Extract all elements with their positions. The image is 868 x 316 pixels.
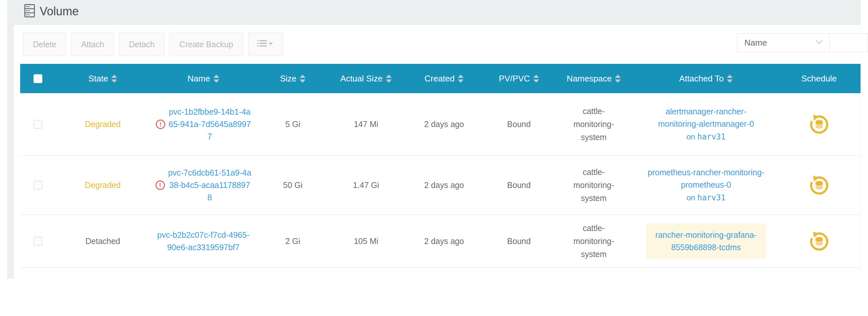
attached-workload-link[interactable]: alertmanager-rancher- monitoring-alertma… <box>658 105 754 130</box>
actual-size-cell: 1.47 Gi <box>329 179 403 191</box>
create-backup-button[interactable]: Create Backup <box>169 33 243 56</box>
volume-name-link[interactable]: pvc-b2b2c07c-f7cd-4965- 90e6-ac3319597bf… <box>157 229 250 254</box>
attached-to-cell: rancher-monitoring-grafana- 8559b68898-t… <box>634 224 778 259</box>
pv-pvc-cell: Bound <box>485 119 553 130</box>
sort-icon <box>458 75 464 83</box>
attached-to-cell: alertmanager-rancher- monitoring-alertma… <box>634 105 778 143</box>
schedule-cell <box>778 114 861 135</box>
volume-table: State Name Size Actual Size Created <box>20 64 861 268</box>
volume-name-cell: pvc-b2b2c07c-f7cd-4965- 90e6-ac3319597bf… <box>150 229 257 254</box>
table-row: Degraded pvc-7c6dcb61-51a9-4a 38-b4c5-ac… <box>20 156 861 215</box>
row-checkbox[interactable] <box>33 237 42 246</box>
created-cell: 2 days ago <box>403 119 485 130</box>
degraded-warning-icon <box>156 180 165 190</box>
volume-name-cell: pvc-1b2fbbe9-14b1-4a 65-941a-7d5645a8997… <box>150 106 257 143</box>
column-header-attached-to[interactable]: Attached To <box>634 74 778 84</box>
table-filter: Name <box>737 33 868 52</box>
detach-button[interactable]: Detach <box>119 33 165 56</box>
column-header-pv-pvc[interactable]: PV/PVC <box>485 74 553 84</box>
delete-button[interactable]: Delete <box>23 33 66 56</box>
volume-cabinet-icon <box>24 4 35 19</box>
bulk-actions-toolbar: Delete Attach Detach Create Backup <box>23 33 283 56</box>
select-all-checkbox[interactable] <box>33 74 42 83</box>
attach-button[interactable]: Attach <box>71 33 114 56</box>
column-header-state[interactable]: State <box>56 74 150 84</box>
actual-size-cell: 147 Mi <box>329 119 403 130</box>
state-badge: Degraded <box>56 179 150 191</box>
column-header-actual-size[interactable]: Actual Size <box>329 74 403 84</box>
select-all-cell <box>20 74 56 83</box>
page-header: Volume <box>24 4 79 19</box>
column-header-namespace[interactable]: Namespace <box>553 74 634 84</box>
volume-name-cell: pvc-7c6dcb61-51a9-4a 38-b4c5-acaa1178897… <box>150 167 257 204</box>
table-header-row: State Name Size Actual Size Created <box>20 64 861 93</box>
size-cell: 2 Gi <box>257 235 329 247</box>
sort-icon <box>727 75 733 83</box>
filter-field-select[interactable]: Name <box>737 33 830 52</box>
chevron-down-icon <box>815 39 824 46</box>
volume-page: Volume Delete Attach Detach Create Backu… <box>0 0 868 316</box>
table-row: Degraded pvc-1b2fbbe9-14b1-4a 65-941a-7d… <box>20 93 861 156</box>
attached-host: on harv31 <box>686 131 725 143</box>
sort-icon <box>213 75 219 83</box>
attached-to-cell: prometheus-rancher-monitoring- prometheu… <box>634 166 778 204</box>
table-row: Detached pvc-b2b2c07c-f7cd-4965- 90e6-ac… <box>20 215 861 268</box>
column-header-name[interactable]: Name <box>150 74 257 84</box>
schedule-cell <box>778 231 861 252</box>
list-dropdown-icon <box>256 38 275 51</box>
column-header-created[interactable]: Created <box>403 74 485 84</box>
page-title: Volume <box>40 5 79 18</box>
host-name: harv31 <box>697 193 725 202</box>
namespace-cell: cattle-monitoring-system <box>553 166 634 205</box>
sort-icon <box>533 75 539 83</box>
more-actions-dropdown-button[interactable] <box>248 33 283 56</box>
pv-pvc-cell: Bound <box>485 179 553 191</box>
row-checkbox[interactable] <box>33 120 42 129</box>
sort-icon <box>615 75 621 83</box>
recurring-backup-icon[interactable] <box>809 175 830 196</box>
sort-icon <box>386 75 392 83</box>
volume-name-link[interactable]: pvc-7c6dcb61-51a9-4a 38-b4c5-acaa1178897… <box>168 167 251 204</box>
sort-icon <box>111 75 117 83</box>
sort-icon <box>300 75 306 83</box>
namespace-cell: cattle-monitoring-system <box>553 222 634 261</box>
schedule-cell <box>778 175 861 196</box>
attached-host: on harv31 <box>686 192 725 204</box>
created-cell: 2 days ago <box>403 235 485 247</box>
created-cell: 2 days ago <box>403 179 485 191</box>
volume-name-link[interactable]: pvc-1b2fbbe9-14b1-4a 65-941a-7d5645a8997… <box>168 106 251 143</box>
attached-workload-link[interactable]: prometheus-rancher-monitoring- prometheu… <box>648 166 764 191</box>
state-badge: Detached <box>56 235 150 247</box>
actual-size-cell: 105 Mi <box>329 235 403 247</box>
filter-search-input[interactable] <box>830 33 868 52</box>
state-badge: Degraded <box>56 119 150 130</box>
degraded-warning-icon <box>156 120 165 129</box>
host-name: harv31 <box>697 132 725 141</box>
attached-to-highlight: rancher-monitoring-grafana- 8559b68898-t… <box>646 224 766 259</box>
namespace-cell: cattle-monitoring-system <box>553 105 634 144</box>
pv-pvc-cell: Bound <box>485 235 553 247</box>
recurring-backup-icon[interactable] <box>809 231 830 252</box>
filter-field-selected: Name <box>744 38 815 48</box>
column-header-schedule: Schedule <box>778 74 861 84</box>
content-panel: Delete Attach Detach Create Backup <box>14 25 861 279</box>
size-cell: 50 Gi <box>257 179 329 191</box>
row-checkbox[interactable] <box>33 181 42 190</box>
column-header-size[interactable]: Size <box>257 74 329 84</box>
size-cell: 5 Gi <box>257 119 329 130</box>
recurring-backup-icon[interactable] <box>809 114 830 135</box>
attached-workload-link[interactable]: rancher-monitoring-grafana- 8559b68898-t… <box>655 229 756 254</box>
